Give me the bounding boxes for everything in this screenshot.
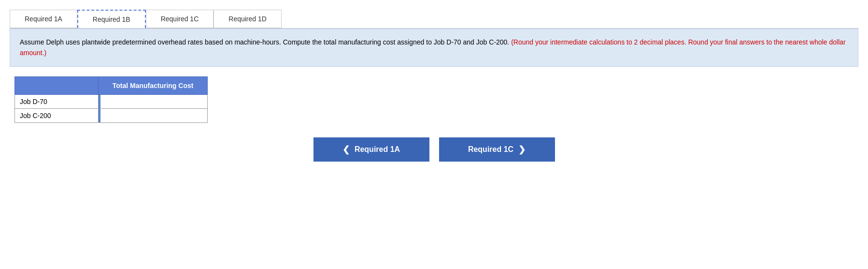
table-section: Total Manufacturing Cost Job D-70 Job C-… (14, 76, 858, 123)
prev-chevron-icon: ❮ (342, 144, 350, 155)
tab-required-1a[interactable]: Required 1A (10, 10, 77, 28)
tab-required-1d[interactable]: Required 1D (213, 10, 282, 28)
job-d70-input-cell[interactable] (99, 94, 208, 108)
table-row: Job D-70 (15, 94, 208, 108)
tab-required-1b[interactable]: Required 1B (77, 10, 146, 28)
tabs-container: Required 1A Required 1B Required 1C Requ… (10, 10, 858, 29)
job-c200-input[interactable] (100, 110, 205, 121)
instruction-main-text: Assume Delph uses plantwide predetermine… (20, 38, 509, 46)
nav-buttons: ❮ Required 1A Required 1C ❯ (10, 137, 858, 162)
tab-required-1c[interactable]: Required 1C (146, 10, 214, 28)
job-d70-input[interactable] (100, 96, 205, 107)
job-d70-label: Job D-70 (15, 94, 99, 108)
next-chevron-icon: ❯ (518, 144, 526, 155)
next-button[interactable]: Required 1C ❯ (439, 137, 555, 162)
prev-button-label: Required 1A (355, 145, 400, 154)
instruction-box: Assume Delph uses plantwide predetermine… (10, 29, 858, 67)
job-c200-input-cell[interactable] (99, 108, 208, 122)
job-c200-label: Job C-200 (15, 108, 99, 122)
table-header-cost: Total Manufacturing Cost (99, 76, 208, 94)
prev-button[interactable]: ❮ Required 1A (313, 137, 429, 162)
table-header-label (15, 76, 99, 94)
table-row: Job C-200 (15, 108, 208, 122)
manufacturing-cost-table: Total Manufacturing Cost Job D-70 Job C-… (14, 76, 208, 123)
next-button-label: Required 1C (468, 145, 513, 154)
